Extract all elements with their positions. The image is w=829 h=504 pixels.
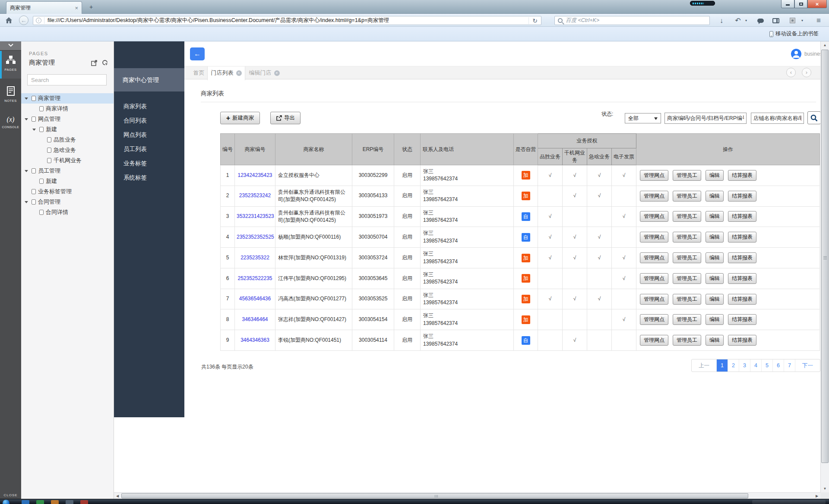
action-button-管理网点[interactable]: 管理网点 bbox=[640, 191, 668, 202]
merchant-code-link[interactable]: 3464346363 bbox=[240, 337, 269, 343]
action-button-编辑[interactable]: 编辑 bbox=[706, 335, 724, 346]
browser-search-box[interactable]: 百度 <Ctrl+K> bbox=[554, 16, 710, 25]
extension-icon[interactable] bbox=[788, 16, 796, 25]
action-button-管理员工[interactable]: 管理员工 bbox=[673, 335, 701, 346]
avatar[interactable] bbox=[791, 49, 801, 59]
menu-item-网点列表[interactable]: 网点列表 bbox=[114, 128, 184, 142]
pointer-icon[interactable] bbox=[102, 60, 108, 66]
bookmark-mobile-item[interactable]: 移动设备上的书签 bbox=[769, 30, 819, 38]
action-button-结算报表[interactable]: 结算报表 bbox=[728, 211, 756, 222]
scroll-up-icon[interactable]: ▲ bbox=[821, 41, 829, 49]
action-button-管理员工[interactable]: 管理员工 bbox=[673, 294, 701, 305]
action-button-结算报表[interactable]: 结算报表 bbox=[728, 232, 756, 243]
action-button-管理员工[interactable]: 管理员工 bbox=[673, 273, 701, 284]
tree-caret-icon[interactable] bbox=[32, 129, 36, 131]
pagination-page-5[interactable]: 5 bbox=[761, 359, 772, 372]
tree-item-业务标签管理[interactable]: 业务标签管理 bbox=[21, 186, 114, 197]
info-icon[interactable]: i bbox=[36, 18, 41, 23]
action-button-管理网点[interactable]: 管理网点 bbox=[640, 211, 668, 222]
tree-item-网点管理[interactable]: 网点管理 bbox=[21, 114, 114, 124]
scroll-right-icon[interactable]: ▶ bbox=[813, 493, 820, 499]
action-button-结算报表[interactable]: 结算报表 bbox=[728, 252, 756, 263]
tab-close-icon[interactable]: × bbox=[75, 5, 78, 11]
action-button-结算报表[interactable]: 结算报表 bbox=[728, 294, 756, 305]
browser-tab[interactable]: 商家管理 × bbox=[6, 1, 82, 14]
start-orb-icon[interactable] bbox=[3, 500, 9, 504]
action-button-编辑[interactable]: 编辑 bbox=[706, 252, 724, 263]
horizontal-scrollbar-thumb[interactable] bbox=[121, 493, 748, 498]
menu-icon[interactable]: ≡ bbox=[813, 16, 824, 25]
tree-item-品胜业务[interactable]: 品胜业务 bbox=[21, 135, 114, 145]
menu-item-业务标签[interactable]: 业务标签 bbox=[114, 156, 184, 170]
pagination-page-6[interactable]: 6 bbox=[772, 359, 784, 372]
action-button-结算报表[interactable]: 结算报表 bbox=[728, 273, 756, 284]
merchant-code-link[interactable]: 45636546436 bbox=[239, 296, 271, 302]
action-button-管理网点[interactable]: 管理网点 bbox=[640, 252, 668, 263]
taskbar-icon[interactable] bbox=[51, 500, 59, 504]
action-button-管理员工[interactable]: 管理员工 bbox=[673, 314, 701, 325]
taskbar-icon[interactable] bbox=[66, 500, 73, 504]
menu-header[interactable]: 商家中心管理 bbox=[114, 68, 184, 91]
tree-item-员工管理[interactable]: 员工管理 bbox=[21, 166, 114, 176]
action-button-编辑[interactable]: 编辑 bbox=[706, 294, 724, 305]
url-text[interactable]: file:///C:/Users/Administrator/Desktop/商… bbox=[47, 17, 528, 24]
action-button-结算报表[interactable]: 结算报表 bbox=[728, 191, 756, 202]
pagination-page-2[interactable]: 2 bbox=[728, 359, 739, 372]
tree-item-千机网业务[interactable]: 千机网业务 bbox=[21, 155, 114, 166]
tree-item-合同管理[interactable]: 合同管理 bbox=[21, 197, 114, 207]
taskbar-icon[interactable] bbox=[36, 500, 44, 504]
tab-首页[interactable]: 首页 bbox=[189, 66, 209, 80]
url-bar[interactable]: i file:///C:/Users/Administrator/Desktop… bbox=[33, 16, 541, 25]
action-button-管理网点[interactable]: 管理网点 bbox=[640, 335, 668, 346]
tree-item-合同详情[interactable]: 合同详情 bbox=[21, 207, 114, 217]
action-button-管理网点[interactable]: 管理网点 bbox=[640, 294, 668, 305]
pages-search-input[interactable] bbox=[27, 74, 107, 85]
tab-close-icon[interactable]: × bbox=[236, 70, 242, 76]
action-button-管理网点[interactable]: 管理网点 bbox=[640, 170, 668, 181]
rail-close-button[interactable]: CLOSE bbox=[0, 493, 21, 497]
action-button-编辑[interactable]: 编辑 bbox=[706, 170, 724, 181]
tree-caret-icon[interactable] bbox=[25, 118, 28, 120]
tab-编辑门店[interactable]: 编辑门店× bbox=[245, 66, 283, 80]
action-button-结算报表[interactable]: 结算报表 bbox=[728, 335, 756, 346]
search-submit-button[interactable] bbox=[807, 111, 820, 124]
menu-item-合同列表[interactable]: 合同列表 bbox=[114, 113, 184, 128]
action-button-编辑[interactable]: 编辑 bbox=[706, 191, 724, 202]
menu-item-员工列表[interactable]: 员工列表 bbox=[114, 142, 184, 156]
panels-icon[interactable] bbox=[771, 16, 781, 25]
tree-item-急啥业务[interactable]: 急啥业务 bbox=[21, 145, 114, 155]
tree-item-商家管理[interactable]: 商家管理 bbox=[21, 93, 114, 104]
action-button-编辑[interactable]: 编辑 bbox=[706, 273, 724, 284]
export-icon[interactable] bbox=[91, 60, 98, 66]
menu-item-系统标签[interactable]: 系统标签 bbox=[114, 170, 184, 185]
tree-caret-icon[interactable] bbox=[25, 201, 28, 203]
merchant-code-link[interactable]: 3532231423523 bbox=[237, 213, 274, 219]
action-button-管理员工[interactable]: 管理员工 bbox=[673, 191, 701, 202]
action-button-管理网点[interactable]: 管理网点 bbox=[640, 314, 668, 325]
pagination-page-4[interactable]: 4 bbox=[750, 359, 761, 372]
horizontal-scrollbar[interactable]: ◀ ▶ bbox=[114, 492, 820, 499]
scroll-down-icon[interactable]: ▼ bbox=[821, 485, 829, 492]
action-button-管理员工[interactable]: 管理员工 bbox=[673, 170, 701, 181]
rail-item-console[interactable]: (x) CONSOLE bbox=[0, 114, 21, 135]
action-button-结算报表[interactable]: 结算报表 bbox=[728, 170, 756, 181]
merchant-code-link[interactable]: 2235235322 bbox=[240, 255, 269, 261]
merchant-code-link[interactable]: 123424235423 bbox=[237, 172, 272, 178]
new-merchant-button[interactable]: + 新建商家 bbox=[220, 112, 260, 124]
reload-icon[interactable]: ↻ bbox=[528, 17, 541, 24]
action-button-管理网点[interactable]: 管理网点 bbox=[640, 232, 668, 243]
pagination-page-3[interactable]: 3 bbox=[739, 359, 750, 372]
taskbar-icon[interactable] bbox=[22, 500, 29, 504]
window-minimize-button[interactable] bbox=[781, 0, 794, 8]
tree-item-新建[interactable]: 新建 bbox=[21, 124, 114, 135]
rail-item-notes[interactable]: NOTES bbox=[0, 84, 21, 105]
download-icon[interactable]: ↓ bbox=[717, 16, 726, 25]
action-button-结算报表[interactable]: 结算报表 bbox=[728, 314, 756, 325]
tree-item-商家详情[interactable]: 商家详情 bbox=[21, 104, 114, 114]
tab-close-icon[interactable]: × bbox=[274, 70, 280, 76]
home-icon[interactable] bbox=[5, 17, 13, 25]
tree-caret-icon[interactable] bbox=[25, 98, 28, 100]
rail-item-pages[interactable]: PAGES bbox=[0, 51, 21, 79]
action-button-管理员工[interactable]: 管理员工 bbox=[673, 232, 701, 243]
scroll-left-icon[interactable]: ◀ bbox=[114, 493, 121, 499]
